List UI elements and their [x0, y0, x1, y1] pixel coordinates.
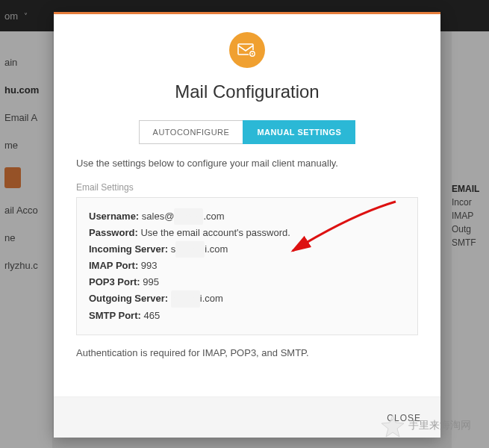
value-prefix: sales@ — [142, 211, 175, 222]
setting-imap-port: IMAP Port: 993 — [89, 258, 405, 274]
mail-configuration-modal: Mail Configuration AUTOCONFIGURE MANUAL … — [54, 12, 440, 438]
redacted: xxxxxx — [171, 290, 200, 307]
setting-pop3-port: POP3 Port: 995 — [89, 274, 405, 290]
setting-smtp-port: SMTP Port: 465 — [89, 308, 405, 324]
label: POP3 Port: — [89, 276, 140, 287]
value: Use the email account's password. — [140, 227, 290, 238]
setting-username: Username: sales@xxxxxx.com — [89, 208, 405, 225]
label: Incoming Server: — [89, 243, 168, 255]
modal-footer: CLOSE — [54, 396, 440, 438]
redacted: xxxxxx — [174, 208, 203, 225]
svg-point-3 — [252, 53, 253, 55]
value-suffix: i.com — [200, 293, 223, 304]
setting-password: Password: Use the email account's passwo… — [89, 225, 405, 241]
modal-icon-wrap — [76, 32, 418, 68]
email-settings-label: Email Settings — [76, 182, 418, 193]
tab-manual-settings[interactable]: MANUAL SETTINGS — [243, 120, 355, 144]
config-tabs: AUTOCONFIGURE MANUAL SETTINGS — [76, 120, 418, 144]
modal-body: Mail Configuration AUTOCONFIGURE MANUAL … — [54, 14, 440, 396]
label: Outgoing Server: — [89, 293, 168, 304]
setting-outgoing-server: Outgoing Server: xxxxxxi.com — [89, 290, 405, 307]
mail-gear-icon — [229, 32, 265, 68]
modal-title: Mail Configuration — [76, 81, 418, 102]
setting-incoming-server: Incoming Server: sxxxxxxi.com — [89, 241, 405, 258]
label: SMTP Port: — [89, 310, 141, 321]
value: 995 — [143, 276, 159, 287]
close-button[interactable]: CLOSE — [387, 413, 421, 423]
email-settings-box: Username: sales@xxxxxx.com Password: Use… — [76, 197, 418, 335]
label: Password: — [89, 227, 138, 238]
redacted: xxxxxx — [175, 241, 205, 258]
label: Username: — [89, 211, 139, 222]
config-description: Use the settings below to configure your… — [76, 158, 418, 169]
value: 465 — [143, 310, 160, 321]
value-suffix: .com — [203, 211, 224, 222]
value: 993 — [141, 260, 158, 271]
value-suffix: i.com — [205, 243, 228, 255]
label: IMAP Port: — [89, 260, 138, 271]
auth-note: Authentication is required for IMAP, POP… — [76, 347, 418, 358]
tab-autoconfigure[interactable]: AUTOCONFIGURE — [139, 120, 243, 144]
